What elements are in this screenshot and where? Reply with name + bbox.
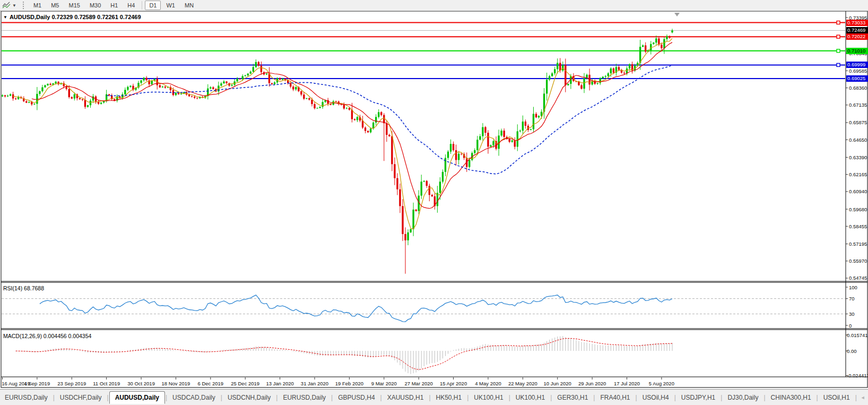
price-level-label-0.71010: 0.71010 [846, 48, 868, 54]
timeframe-button-MN[interactable]: MN [180, 1, 198, 10]
svg-text:4 Sep 2019: 4 Sep 2019 [24, 381, 50, 386]
ma-slow-line [107, 65, 672, 174]
chart-line-tool-icon[interactable] [2, 1, 11, 10]
tab-GER30-H1[interactable]: GER30,H1 [552, 392, 593, 403]
chart-title: ▼AUDUSD,Daily 0.72329 0.72589 0.72261 0.… [3, 14, 141, 20]
svg-text:10 Jun 2020: 10 Jun 2020 [544, 381, 571, 386]
svg-text:0.67135: 0.67135 [849, 102, 867, 108]
price-level-label-0.72022: 0.72022 [846, 33, 868, 40]
ma-mid-line [32, 42, 672, 209]
timeframe-button-M5[interactable]: M5 [47, 1, 63, 10]
svg-text:11 Oct 2019: 11 Oct 2019 [93, 381, 120, 386]
price-level-label-0.69999: 0.69999 [846, 62, 868, 68]
timeframe-button-M30[interactable]: M30 [85, 1, 105, 10]
svg-text:18 Nov 2019: 18 Nov 2019 [162, 381, 190, 386]
tab-EURUSD-Daily[interactable]: EURUSD,Daily [278, 392, 331, 403]
svg-text:5 Aug 2020: 5 Aug 2020 [649, 381, 674, 386]
svg-text:0.54745: 0.54745 [849, 275, 867, 281]
svg-text:29 Jun 2020: 29 Jun 2020 [578, 381, 606, 386]
price-level-label-0.69025: 0.69025 [846, 75, 868, 82]
tab-UK100-H1[interactable]: UK100,H1 [511, 392, 550, 403]
tab-USDJPY-H1[interactable]: USDJPY,H1 [676, 392, 720, 403]
timeframe-button-W1[interactable]: W1 [162, 1, 179, 10]
svg-text:31 Jan 2020: 31 Jan 2020 [301, 381, 328, 386]
timeframe-button-H4[interactable]: H4 [123, 1, 139, 10]
svg-text:30: 30 [849, 311, 855, 317]
svg-text:0.60940: 0.60940 [849, 188, 867, 194]
chart-shift-marker-icon[interactable] [674, 13, 680, 16]
svg-text:0: 0 [849, 323, 852, 329]
ma-fast-line [13, 38, 672, 229]
svg-text:70: 70 [849, 296, 855, 301]
line-handle-0.71010[interactable] [837, 49, 840, 53]
tab-USOil-H4[interactable]: USOil,H4 [638, 392, 674, 403]
svg-text:30 Oct 2019: 30 Oct 2019 [127, 381, 155, 386]
tab-USDCAD-Daily[interactable]: USDCAD,Daily [168, 392, 220, 403]
tab-FRA40-H1[interactable]: FRA40,H1 [595, 392, 635, 403]
svg-text:0.58455: 0.58455 [849, 223, 867, 229]
svg-text:27 Mar 2020: 27 Mar 2020 [405, 381, 433, 386]
svg-text:17 Jul 2020: 17 Jul 2020 [614, 381, 640, 386]
svg-text:0.65875: 0.65875 [849, 119, 867, 125]
svg-text:0.68360: 0.68360 [849, 85, 867, 91]
tab-HK50-H1[interactable]: HK50,H1 [431, 392, 467, 403]
bid-price-label: 0.72469 [846, 27, 868, 33]
timeframe-button-H1[interactable]: H1 [106, 1, 122, 10]
price-axis: 0.733950.708450.695850.683600.671350.658… [846, 15, 867, 281]
svg-text:0.64650: 0.64650 [849, 137, 867, 143]
svg-text:13 Jan 2020: 13 Jan 2020 [266, 381, 293, 386]
svg-text:0.57195: 0.57195 [849, 241, 867, 247]
chart-canvas[interactable]: 0.733950.708450.695850.683600.671350.658… [0, 0, 868, 405]
svg-text:0.63390: 0.63390 [849, 154, 867, 160]
svg-text:19 Feb 2020: 19 Feb 2020 [335, 381, 363, 386]
timeframe-toolbar: ▼ M1M5M15M30H1H4D1W1MN [0, 0, 868, 11]
timeframe-button-M15[interactable]: M15 [64, 1, 84, 10]
candles [2, 29, 673, 273]
tab-UK100-H1[interactable]: UK100,H1 [469, 392, 508, 403]
svg-text:22 May 2020: 22 May 2020 [508, 381, 537, 386]
timeframe-button-M1[interactable]: M1 [29, 1, 46, 10]
svg-text:9 Mar 2020: 9 Mar 2020 [371, 381, 397, 386]
tab-EURUSD-Daily[interactable]: EURUSD,Daily [0, 392, 53, 403]
mt4-window: ▼ M1M5M15M30H1H4D1W1MN 0.733950.708450.6… [0, 0, 868, 405]
tab-AUDUSD-Daily[interactable]: AUDUSD,Daily [109, 391, 165, 404]
line-handle-0.69999[interactable] [837, 63, 840, 66]
line-handle-0.73033[interactable] [837, 21, 840, 24]
macd-pane: 0.0157410.00-0.024417 [16, 332, 868, 379]
tab-USDCHF-Daily[interactable]: USDCHF,Daily [55, 392, 107, 403]
svg-text:15 Apr 2020: 15 Apr 2020 [440, 381, 467, 386]
tab-CHINA300-H1[interactable]: CHINA300,H1 [766, 392, 816, 403]
svg-text:23 Sep 2019: 23 Sep 2019 [57, 381, 86, 386]
svg-text:0.00: 0.00 [847, 348, 857, 354]
tabs-scroll-left-icon[interactable]: ◄ [857, 394, 868, 401]
chart-ohlc-values: 0.72329 0.72589 0.72261 0.72469 [51, 14, 141, 20]
rsi-line [40, 295, 672, 322]
date-axis: 16 Aug 20194 Sep 201923 Sep 201911 Oct 2… [2, 377, 674, 386]
tab-XAUUSD-H1[interactable]: XAUUSD,H1 [383, 392, 429, 403]
chart-tab-bar: EURUSD,Daily|USDCHF,Daily|AUDUSD,Daily|U… [0, 389, 868, 405]
moving-average-lines [13, 38, 672, 229]
horizontal-level-lines[interactable] [2, 23, 845, 79]
chart-symbol-period: AUDUSD,Daily [10, 14, 50, 20]
svg-text:0.59680: 0.59680 [849, 206, 867, 212]
expand-triangle-icon[interactable]: ▼ [3, 15, 7, 20]
tab-GBPUSD-H4[interactable]: GBPUSD,H4 [333, 392, 379, 403]
rsi-pane: 10070300 [2, 285, 857, 329]
svg-text:25 Dec 2019: 25 Dec 2019 [231, 381, 259, 386]
svg-text:0.015741: 0.015741 [847, 332, 868, 338]
svg-text:-0.024417: -0.024417 [847, 373, 868, 378]
toolbar-grip[interactable] [23, 2, 25, 9]
svg-text:0.62165: 0.62165 [849, 171, 867, 177]
line-handle-0.72022[interactable] [837, 35, 840, 38]
macd-pane-label: MACD(12,26,9) 0.004456 0.004354 [3, 333, 91, 339]
timeframe-button-D1[interactable]: D1 [145, 1, 161, 10]
chevron-down-icon[interactable]: ▼ [12, 3, 16, 8]
tab-USOil-H1[interactable]: USOil,H1 [819, 392, 855, 403]
tab-USDCNH-Daily[interactable]: USDCNH,Daily [223, 392, 275, 403]
svg-text:0.69585: 0.69585 [849, 68, 867, 74]
price-level-label-0.73033: 0.73033 [846, 20, 868, 26]
svg-text:4 May 2020: 4 May 2020 [475, 381, 501, 386]
tab-separator: | [107, 394, 109, 401]
level-handles[interactable] [837, 21, 840, 67]
tab-DJ30-Daily[interactable]: DJ30,Daily [723, 392, 763, 403]
